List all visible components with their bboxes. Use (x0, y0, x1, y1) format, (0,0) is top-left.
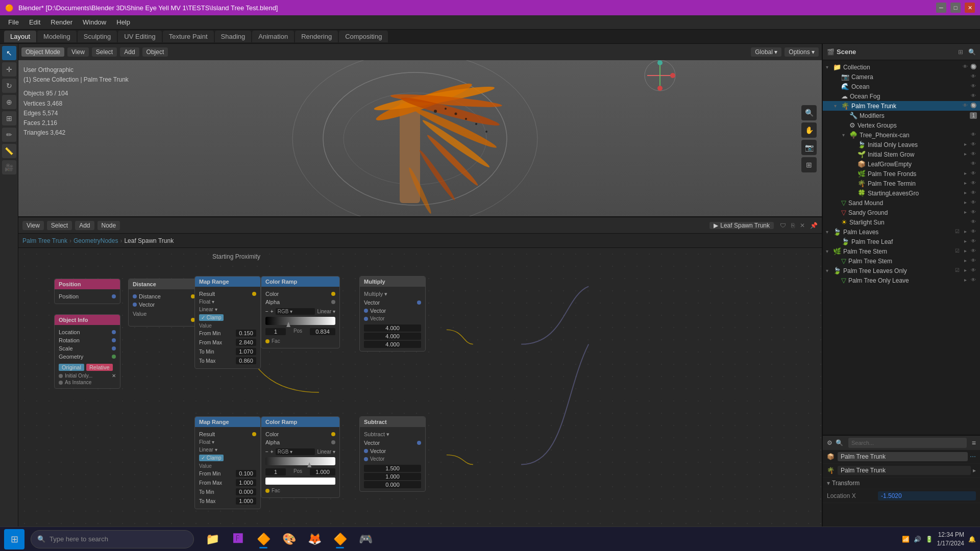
eye-icon-palm-trunk[interactable]: 👁 (962, 103, 969, 110)
tree-item-palm-leaves[interactable]: ▾ 🍃 Palm Leaves ☑ ▸ 👁 (823, 227, 980, 237)
relative-toggle[interactable]: Relative (86, 364, 113, 371)
eye-icon-termin[interactable]: 👁 (970, 180, 977, 187)
search-sidebar-icon[interactable]: 🔍 (968, 48, 976, 56)
node-canvas[interactable]: Starting Proximity Position Position Obj… (18, 248, 822, 537)
viewport-select-btn[interactable]: Select (92, 47, 117, 57)
eye-icon-palm-stem-coll[interactable]: 👁 (970, 248, 977, 255)
tab-rendering[interactable]: Rendering (295, 31, 338, 42)
node-subtract[interactable]: Subtract Subtract ▾ Vector Vector (359, 416, 426, 492)
tree-item-starlight-sun[interactable]: ☀ Starlight Sun 👁 (823, 217, 980, 227)
pin-icon[interactable]: 📌 (810, 222, 818, 229)
taskbar-app-blender[interactable]: 🔶 (251, 529, 276, 549)
props-search-icon[interactable]: 🔍 (836, 439, 843, 446)
eye-icon-stem[interactable]: 👁 (970, 258, 977, 265)
expand-icon-palm-stem[interactable]: ▸ (962, 248, 969, 255)
tree-item-starting-leaves[interactable]: 🍀 StartingLeavesGro ▸ 👁 (823, 188, 980, 198)
prop-transform-row[interactable]: ▾ Transform (823, 478, 980, 489)
expand-icon-starting[interactable]: ▸ (962, 190, 969, 197)
minimize-button[interactable]: ─ (936, 3, 946, 13)
tree-item-leaf-grow-empty[interactable]: 📦 LeafGrowEmpty 👁 (823, 159, 980, 169)
tab-uv-editing[interactable]: UV Editing (118, 31, 161, 42)
breadcrumb-geometry-nodes[interactable]: GeometryNodes (74, 237, 118, 244)
tree-item-modifiers[interactable]: 🔧 Modifiers 1 (823, 111, 980, 120)
measure-tool[interactable]: 📏 (2, 144, 16, 158)
scale-tool[interactable]: ⊕ (2, 95, 16, 109)
expand-icon-sandy[interactable]: ▸ (962, 209, 969, 216)
transform-tool[interactable]: ⊞ (2, 111, 16, 126)
prop-object-name-2[interactable]: Palm Tree Trunk (838, 466, 971, 475)
eye-icon-ocean-fog[interactable]: 👁 (970, 93, 977, 100)
viewport-view-btn[interactable]: View (67, 47, 89, 57)
prop-object-name[interactable]: Palm Tree Trunk (838, 452, 968, 461)
eye-icon-initial-only[interactable]: 👁 (970, 141, 977, 148)
tree-item-tree-phoenix[interactable]: ▾ 🌳 Tree_Phoenix-can 👁 (823, 130, 980, 140)
tab-compositing[interactable]: Compositing (339, 31, 388, 42)
tree-item-initial-only-leaves[interactable]: 🍃 Initial Only Leaves ▸ 👁 (823, 140, 980, 149)
viewport-canvas[interactable]: User Orthographic (1) Scene Collection |… (18, 60, 822, 217)
expand-icon-only-leave[interactable]: ▸ (962, 277, 969, 284)
tree-item-collection[interactable]: ▾ 📁 Collection 👁 🔘 (823, 62, 980, 72)
eye-icon-sandy[interactable]: 👁 (970, 209, 977, 216)
node-map-range-1[interactable]: Map Range Result Float ▾ Linear ▾ ✓ Clam… (194, 276, 261, 369)
tab-modeling[interactable]: Modeling (37, 31, 77, 42)
filter-icon[interactable]: ⊞ (958, 48, 963, 56)
expand-icon-stem[interactable]: ▸ (962, 258, 969, 265)
viewport-mode-btn[interactable]: Object Mode (21, 47, 64, 57)
expand-icon-initial-only[interactable]: ▸ (962, 141, 969, 148)
eye-icon-palm-leaves[interactable]: 👁 (970, 229, 977, 236)
clamp-toggle-1[interactable]: ✓ Clamp (199, 314, 224, 321)
viewport-global-btn[interactable]: Global ▾ (751, 47, 781, 57)
grab-tool-btn[interactable]: ✋ (801, 122, 817, 138)
eye-icon-only-leave[interactable]: 👁 (970, 277, 977, 284)
copy-icon[interactable]: ⎘ (791, 222, 795, 229)
viewport-options-btn[interactable]: Options ▾ (785, 47, 819, 57)
eye-icon-camera[interactable]: 👁 (970, 73, 977, 81)
expand-icon-palm-leaves[interactable]: ▸ (962, 229, 969, 236)
node-multiply[interactable]: Multiply Multiply ▾ Vector Vector (359, 276, 426, 352)
node-select-btn[interactable]: Select (47, 221, 72, 230)
tab-sculpting[interactable]: Sculpting (78, 31, 117, 42)
notification-icon[interactable]: 🔔 (968, 536, 976, 543)
sys-clock[interactable]: 12:34 PM 1/17/2024 (937, 531, 964, 548)
node-node-btn[interactable]: Node (97, 221, 120, 230)
tree-item-palm-leaves-only[interactable]: ▾ 🍃 Palm Tree Leaves Only ☑ ▸ 👁 (823, 266, 980, 276)
start-button[interactable]: ⊞ (4, 529, 24, 549)
menu-file[interactable]: File (4, 17, 23, 27)
viewport[interactable]: Object Mode View Select Add Object Globa… (18, 44, 822, 217)
menu-render[interactable]: Render (46, 17, 77, 27)
menu-help[interactable]: Help (112, 17, 134, 27)
loc-x-value[interactable]: -1.5020 (878, 491, 976, 500)
expand-icon-stem-grow[interactable]: ▸ (962, 151, 969, 158)
taskbar-app-firefox[interactable]: 🦊 (302, 529, 327, 549)
eye-icon-tree-phoenix[interactable]: 👁 (970, 132, 977, 139)
node-color-ramp-1[interactable]: Color Ramp Color Alpha − + (261, 276, 340, 348)
checkbox-leaves-only[interactable]: ☑ (953, 267, 961, 274)
eye-icon-leaf[interactable]: 👁 (970, 238, 977, 245)
expand-icon-props[interactable]: ▸ (973, 467, 976, 474)
move-tool[interactable]: ✛ (2, 62, 16, 77)
node-view-btn[interactable]: View (22, 221, 44, 230)
eye-icon-collection[interactable]: 👁 (962, 64, 969, 71)
expand-icon-leaf[interactable]: ▸ (962, 238, 969, 245)
clamp-toggle-2[interactable]: ✓ Clamp (199, 455, 224, 461)
tree-item-palm-only-leave[interactable]: ▽ Palm Tree Only Leave ▸ 👁 (823, 276, 980, 285)
camera-view-btn[interactable]: 📷 (801, 140, 817, 155)
tree-item-camera[interactable]: 📷 Camera 👁 (823, 72, 980, 82)
tree-item-sandy-ground[interactable]: ▽ Sandy Ground ▸ 👁 (823, 208, 980, 217)
tree-item-palm-tree-stem[interactable]: ▽ Palm Tree Stem ▸ 👁 (823, 256, 980, 266)
close-node-icon[interactable]: ✕ (800, 222, 805, 229)
node-position[interactable]: Position Position (54, 279, 120, 304)
eye-icon-stem-grow[interactable]: 👁 (970, 151, 977, 158)
node-object-info[interactable]: Object Info Location Rotation Scale Geom… (54, 314, 120, 389)
tab-shading[interactable]: Shading (215, 31, 252, 42)
taskbar-app-painter[interactable]: 🎨 (277, 529, 301, 549)
annotate-tool[interactable]: ✏ (2, 128, 16, 142)
breadcrumb-palm-tree-trunk[interactable]: Palm Tree Trunk (22, 237, 67, 244)
tree-item-ocean-fog[interactable]: ☁ Ocean Fog 👁 (823, 91, 980, 101)
tree-item-palm-termin[interactable]: 🌴 Palm Tree Termin ▸ 👁 (823, 179, 980, 188)
tab-animation[interactable]: Animation (252, 31, 294, 42)
node-color-ramp-2[interactable]: Color Ramp Color Alpha − + (261, 416, 340, 498)
eye-icon-ocean[interactable]: 👁 (970, 83, 977, 90)
original-toggle[interactable]: Original (59, 364, 84, 371)
eye-icon-sand-mound[interactable]: 👁 (970, 199, 977, 207)
